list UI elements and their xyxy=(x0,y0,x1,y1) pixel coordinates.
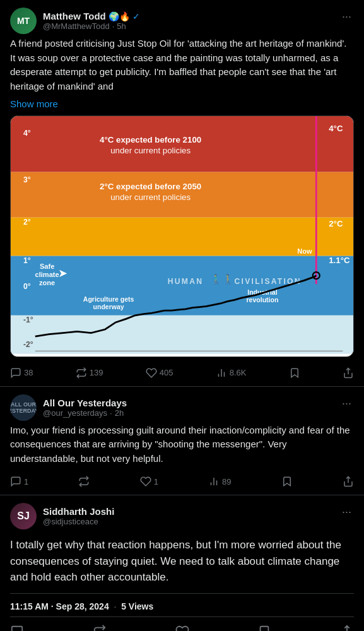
svg-text:🚶‍♂️🚶: 🚶‍♂️🚶 xyxy=(210,273,235,285)
handle-matthew[interactable]: @MrMatthewTodd xyxy=(43,21,110,31)
views-count-tweet1: 8.6K xyxy=(230,368,247,377)
handle-sj: @sidjusticeace xyxy=(43,517,114,526)
like-action-tweet1[interactable]: 405 xyxy=(146,367,173,379)
svg-text:-1°: -1° xyxy=(23,316,33,324)
views-icon-tweet2 xyxy=(208,476,220,487)
climate-chart-svg: 4° 3° 2° 1° 0° -1° -2° 4°C expected befo… xyxy=(11,116,353,354)
svg-text:4°: 4° xyxy=(23,129,31,138)
svg-text:HUMAN: HUMAN xyxy=(168,277,203,286)
like-action-tweet2[interactable]: 1 xyxy=(140,476,158,487)
tweet-2-header: ALL OUR YESTERDAYS All Our Yesterdays @o… xyxy=(10,394,354,421)
svg-text:-2°: -2° xyxy=(23,340,33,349)
tweet-3-main: SJ Siddharth Joshi @sidjusticeace ··· I … xyxy=(0,495,364,631)
tweet-3-actions xyxy=(10,616,354,631)
share-icon-tweet3 xyxy=(340,625,354,631)
handle-ay[interactable]: @our_yesterdays xyxy=(43,408,107,418)
bookmark-action-tweet3[interactable] xyxy=(257,625,271,631)
time-matthew: 5h xyxy=(117,21,126,31)
retweet-action-tweet2[interactable] xyxy=(78,476,90,487)
share-icon-tweet2 xyxy=(343,476,354,487)
tweet-2: ALL OUR YESTERDAYS All Our Yesterdays @o… xyxy=(0,387,364,496)
like-count-tweet2: 1 xyxy=(154,477,158,487)
retweet-action-tweet3[interactable] xyxy=(93,625,107,631)
svg-text:4°C: 4°C xyxy=(329,124,343,133)
bookmark-icon-tweet2 xyxy=(281,476,293,487)
tweet-1-text: A friend posted criticising Just Stop Oi… xyxy=(10,37,354,93)
reply-count-tweet2: 1 xyxy=(24,477,28,487)
user-name-row: Matthew Todd 🌍🔥 ✓ xyxy=(43,11,140,21)
dot-separator-ay: · xyxy=(110,408,112,418)
verified-icon: ✓ xyxy=(132,11,140,21)
more-button-tweet3[interactable]: ··· xyxy=(339,503,354,521)
tweet-1-header-left: MT Matthew Todd 🌍🔥 ✓ @MrMatthewTodd · 5h xyxy=(10,8,140,34)
views-action-tweet1[interactable]: 8.6K xyxy=(216,367,247,379)
svg-rect-4 xyxy=(11,316,353,354)
climate-chart: 4° 3° 2° 1° 0° -1° -2° 4°C expected befo… xyxy=(10,115,354,357)
avatar-matthew-todd[interactable]: MT xyxy=(10,8,37,34)
display-name-ay[interactable]: All Our Yesterdays xyxy=(43,398,127,408)
tweet-3-header-left: SJ Siddharth Joshi @sidjusticeace xyxy=(10,503,114,529)
tweet-2-text: Imo, your friend is processing guilt aro… xyxy=(10,423,354,466)
reply-action-tweet3[interactable] xyxy=(10,625,24,631)
display-name-matthew[interactable]: Matthew Todd xyxy=(43,11,106,21)
emoji-globe-fire: 🌍🔥 xyxy=(109,11,130,21)
handle-time-ay: @our_yesterdays · 2h xyxy=(43,408,127,418)
svg-text:➤: ➤ xyxy=(58,267,68,280)
svg-text:3°: 3° xyxy=(23,175,31,184)
share-icon-tweet1 xyxy=(343,367,354,379)
svg-text:under current policies: under current policies xyxy=(110,192,191,202)
like-icon-tweet1 xyxy=(146,367,157,379)
svg-text:2°: 2° xyxy=(23,218,31,227)
reply-icon-tweet3 xyxy=(10,625,24,631)
like-icon-tweet2 xyxy=(140,476,151,487)
time-ay: 2h xyxy=(115,408,124,418)
svg-text:Now: Now xyxy=(297,247,312,255)
svg-text:2°C: 2°C xyxy=(329,219,343,228)
svg-text:2°C expected before 2050: 2°C expected before 2050 xyxy=(100,182,201,191)
svg-text:revolution: revolution xyxy=(247,296,279,304)
more-button-tweet1[interactable]: ··· xyxy=(339,8,354,26)
views-icon-tweet1 xyxy=(216,367,227,379)
like-count-tweet1: 405 xyxy=(160,368,173,377)
like-action-tweet3[interactable] xyxy=(175,625,189,631)
share-action-tweet2[interactable] xyxy=(343,476,354,487)
svg-text:zone: zone xyxy=(39,279,55,286)
retweet-icon xyxy=(76,367,87,379)
tweet-3-text: I totally get why that reaction happens,… xyxy=(10,537,354,586)
bookmark-action-tweet2[interactable] xyxy=(281,476,293,487)
svg-text:1°: 1° xyxy=(23,256,31,265)
avatar-siddharth[interactable]: SJ xyxy=(10,503,37,529)
views-count-tweet2: 89 xyxy=(222,477,231,487)
handle-sj-text[interactable]: @sidjusticeace xyxy=(43,517,98,526)
user-info-sj: Siddharth Joshi @sidjusticeace xyxy=(43,506,114,526)
more-button-tweet2[interactable]: ··· xyxy=(339,394,354,413)
tweet-2-actions: 1 1 89 xyxy=(10,473,354,487)
views-action-tweet2[interactable]: 89 xyxy=(208,476,231,487)
share-action-tweet1[interactable] xyxy=(343,367,354,379)
tweet-3-meta: 11:15 AM · Sep 28, 2024 · 5 Views xyxy=(10,593,354,611)
tweet-1-actions: 38 139 405 8.6K xyxy=(10,365,354,379)
share-action-tweet3[interactable] xyxy=(340,625,354,631)
retweet-action-tweet1[interactable]: 139 xyxy=(76,367,103,379)
reply-action-tweet2[interactable]: 1 xyxy=(10,476,28,487)
handle-time-matthew: @MrMatthewTodd · 5h xyxy=(43,21,140,31)
show-more-link[interactable]: Show more xyxy=(10,98,354,109)
avatar-all-our-yesterdays[interactable]: ALL OUR YESTERDAYS xyxy=(10,394,37,421)
user-name-row-sj: Siddharth Joshi xyxy=(43,506,114,517)
dot-separator: · xyxy=(112,21,115,31)
retweet-count-tweet1: 139 xyxy=(90,368,103,377)
display-name-sj[interactable]: Siddharth Joshi xyxy=(43,506,114,517)
svg-text:underway: underway xyxy=(93,303,124,310)
tweet-3-views-label: 5 Views xyxy=(121,601,153,611)
svg-text:0°: 0° xyxy=(23,282,31,291)
bookmark-action-tweet1[interactable] xyxy=(289,367,300,379)
svg-text:4°C expected before 2100: 4°C expected before 2100 xyxy=(100,135,201,144)
bookmark-icon-tweet3 xyxy=(257,625,271,631)
retweet-icon-tweet2 xyxy=(78,476,90,487)
tweet-3-timestamp: 11:15 AM · Sep 28, 2024 xyxy=(10,601,109,611)
reply-action-tweet1[interactable]: 38 xyxy=(10,367,33,379)
svg-text:Safe: Safe xyxy=(40,262,54,270)
svg-text:1.1°C: 1.1°C xyxy=(329,256,350,265)
reply-count-tweet1: 38 xyxy=(24,368,33,377)
like-icon-tweet3 xyxy=(175,625,189,631)
